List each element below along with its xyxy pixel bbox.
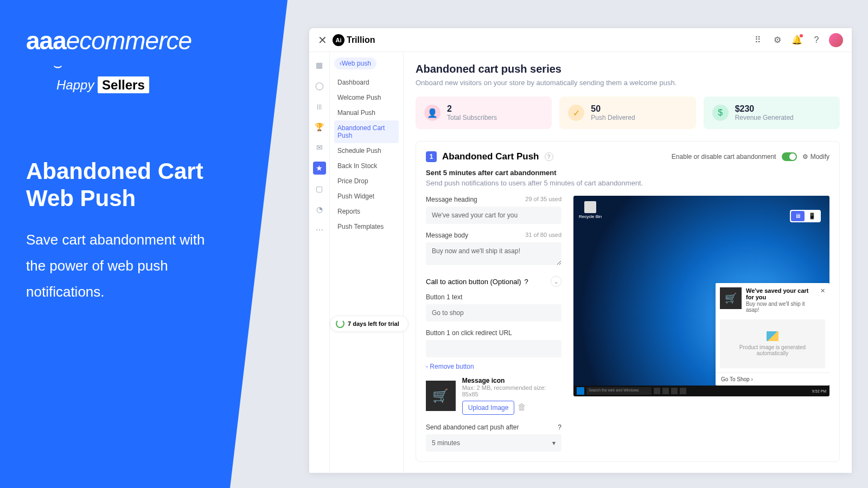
- btn1-input[interactable]: [426, 304, 561, 322]
- topbar: ✕ AiTrillion ⠿ ⚙ 🔔 ?: [309, 28, 852, 52]
- notif-image-placeholder: Product image is generated automatically: [720, 319, 825, 368]
- subnav-item[interactable]: Push Widget: [334, 189, 399, 204]
- subnav-item[interactable]: Manual Push: [334, 105, 399, 120]
- logo-happy: Happy Sellers: [56, 78, 261, 93]
- rail-mail-icon[interactable]: ✉: [313, 141, 326, 154]
- heading-used: 29 of 35 used: [525, 196, 561, 203]
- rail-window-icon[interactable]: ▢: [313, 182, 326, 195]
- enable-toggle[interactable]: [782, 152, 797, 161]
- notif-title: We've saved your cart for you: [746, 287, 816, 300]
- rail-user-icon[interactable]: ◯: [313, 79, 326, 92]
- btn1-label: Button 1 text: [426, 293, 462, 301]
- recycle-bin-icon: Recycle Bin: [579, 201, 602, 219]
- notif-body: Buy now and we'll ship it asap!: [746, 301, 816, 313]
- trial-progress-icon: [336, 319, 344, 328]
- cta-section-header[interactable]: Call to action button (Optional)?⌄: [426, 276, 561, 287]
- task-icon: [671, 388, 678, 394]
- body-label: Message body: [426, 232, 468, 239]
- taskbar-search: Search the web and Windows: [586, 387, 652, 395]
- task-icon: [680, 388, 686, 394]
- message-icon-preview: 🛒: [426, 381, 456, 411]
- taskbar-time: 9:52 PM: [812, 389, 826, 393]
- app-window: ✕ AiTrillion ⠿ ⚙ 🔔 ? ▦ ◯ ⫼ 🏆 ✉ ★ ▢ ◔ ⋯ ‹…: [309, 28, 852, 473]
- check-icon: ✓: [568, 105, 584, 121]
- heading-label: Message heading: [426, 196, 477, 203]
- subnav-item[interactable]: Dashboard: [334, 75, 399, 90]
- stat-subscribers: 👤2Total Subscribers: [416, 97, 552, 129]
- avatar[interactable]: [829, 33, 843, 47]
- icon-label: Message icon: [462, 377, 561, 384]
- btn1-url-input[interactable]: [426, 340, 561, 357]
- subnav-item[interactable]: Schedule Push: [334, 143, 399, 158]
- rail-grid-icon[interactable]: ▦: [313, 59, 326, 72]
- rail-bell-icon[interactable]: ◔: [313, 203, 326, 216]
- trash-icon[interactable]: 🗑: [518, 402, 526, 412]
- subnav-item[interactable]: Reports: [334, 204, 399, 219]
- rail-more-icon[interactable]: ⋯: [313, 223, 326, 236]
- dollar-icon: $: [712, 105, 729, 121]
- user-icon: 👤: [424, 105, 441, 121]
- smile-icon: ⌣: [53, 57, 261, 74]
- toggle-label: Enable or disable cart abandonment: [672, 153, 776, 160]
- promo-desc: Save cart abandonment with the power of …: [26, 227, 216, 305]
- help-icon: ?: [525, 278, 528, 286]
- windows-icon: [577, 387, 584, 395]
- step-panel: 1 Abandoned Cart Push ? Enable or disabl…: [416, 141, 840, 462]
- subnav-item[interactable]: Welcome Push: [334, 90, 399, 105]
- brand: AiTrillion: [333, 34, 375, 46]
- page-subtitle: Onboard new visitors on your store by au…: [416, 79, 840, 87]
- after-select[interactable]: 5 minutes▾: [426, 434, 561, 452]
- apps-icon[interactable]: ⠿: [751, 33, 765, 47]
- subnav-item[interactable]: Price Drop: [334, 174, 399, 189]
- remove-button-link[interactable]: - Remove button: [426, 363, 474, 370]
- stat-delivered: ✓50Push Delivered: [559, 97, 695, 129]
- promo-panel: aaaecommerce ⌣ Happy Sellers Abandoned C…: [0, 0, 288, 488]
- task-icon: [654, 388, 660, 394]
- cart-icon: 🛒: [720, 287, 742, 309]
- step-title: Abandoned Cart Push: [442, 151, 539, 162]
- subnav-item[interactable]: Push Templates: [334, 219, 399, 234]
- task-icon: [662, 388, 669, 394]
- close-icon[interactable]: ✕: [318, 34, 327, 47]
- logo-aaa: aaaecommerce: [26, 26, 261, 55]
- form-column: Message heading29 of 35 used Message bod…: [426, 196, 561, 452]
- btn1-url-label: Button 1 on click redirect URL: [426, 329, 512, 337]
- body-used: 31 of 80 used: [525, 232, 561, 239]
- icon-rail: ▦ ◯ ⫼ 🏆 ✉ ★ ▢ ◔ ⋯: [309, 52, 330, 473]
- notif-cta[interactable]: Go To Shop ›: [716, 373, 829, 386]
- desktop-icon[interactable]: 🖥: [791, 211, 805, 221]
- step-desc: Send push notifications to users after 5…: [426, 179, 829, 187]
- promo-title: Abandoned CartWeb Push: [26, 158, 261, 213]
- icon-meta: Max: 2 MB, recommended size: 85x85: [462, 384, 561, 397]
- page-title: Abandoned cart push series: [416, 63, 840, 75]
- help-icon[interactable]: ?: [809, 33, 824, 47]
- rail-chart-icon[interactable]: ⫼: [313, 100, 326, 113]
- upload-image-button[interactable]: Upload Image: [462, 401, 515, 415]
- bell-icon[interactable]: 🔔: [790, 33, 804, 47]
- device-toggle[interactable]: 🖥📱: [790, 210, 821, 222]
- subnav-item[interactable]: Abandoned Cart Push: [334, 120, 399, 143]
- step-timing: Sent 5 minutes after cart abandonment: [426, 169, 829, 177]
- step-badge: 1: [426, 151, 437, 162]
- help-icon[interactable]: ?: [558, 423, 561, 431]
- subnav-back-pill[interactable]: ‹ Web push: [334, 57, 376, 69]
- help-icon[interactable]: ?: [545, 152, 553, 161]
- gear-icon[interactable]: ⚙: [770, 33, 784, 47]
- body-input[interactable]: [426, 242, 561, 265]
- trial-badge: 7 days left for trial: [330, 316, 409, 332]
- subnav-item[interactable]: Back In Stock: [334, 158, 399, 174]
- image-icon: [767, 331, 778, 341]
- modify-button[interactable]: ⚙Modify: [802, 153, 829, 160]
- rail-star-icon[interactable]: ★: [313, 162, 326, 175]
- mobile-icon[interactable]: 📱: [805, 211, 820, 221]
- close-icon[interactable]: ✕: [820, 287, 825, 313]
- chevron-down-icon: ⌄: [551, 276, 561, 287]
- gear-icon: ⚙: [802, 153, 808, 160]
- stats-row: 👤2Total Subscribers ✓50Push Delivered $$…: [416, 97, 840, 129]
- taskbar: Search the web and Windows 9:52 PM: [573, 386, 829, 396]
- subnav: ‹ Web push DashboardWelcome PushManual P…: [330, 52, 404, 473]
- push-notification-preview: 🛒 We've saved your cart for you Buy now …: [716, 283, 829, 386]
- desktop-preview: Recycle Bin 🖥📱 🛒 We've saved your cart f…: [573, 196, 829, 396]
- heading-input[interactable]: [426, 207, 561, 224]
- rail-trophy-icon[interactable]: 🏆: [313, 120, 326, 133]
